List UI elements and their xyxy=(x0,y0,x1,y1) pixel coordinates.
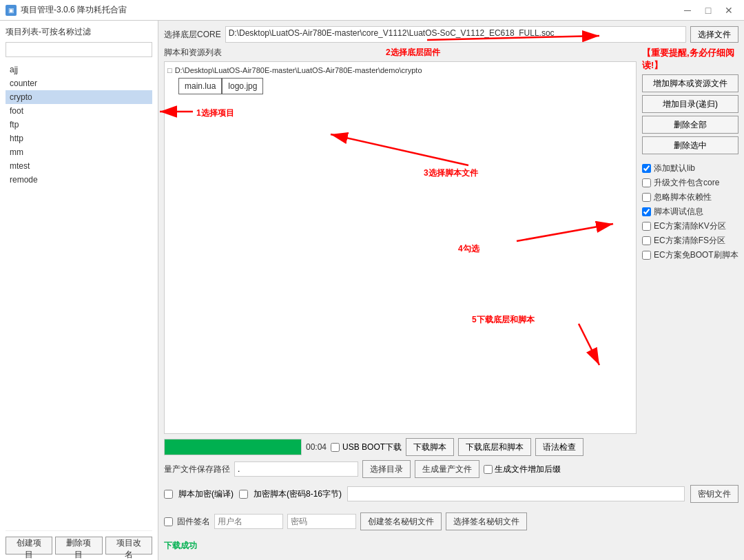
script-file-item[interactable]: main.lua xyxy=(178,78,222,94)
close-button[interactable]: ✕ xyxy=(719,3,738,17)
checkbox-row-4: EC方案清除KV分区 xyxy=(642,220,738,232)
firmware-sign-checkbox[interactable] xyxy=(164,517,173,526)
core-selection-row: 选择底层CORE D:\Desktop\LuatOS-Air780E-maste… xyxy=(164,26,738,43)
checkbox-label-4: EC方案清除KV分区 xyxy=(654,220,726,232)
checkbox-2[interactable] xyxy=(642,193,651,202)
progress-bar-fill xyxy=(165,439,301,455)
core-path-display: D:\Desktop\LuatOS-Air780E-master\core_V1… xyxy=(225,26,686,43)
mass-path-input[interactable] xyxy=(234,462,358,477)
generate-suffix-row: 生成文件增加后缀 xyxy=(484,464,561,475)
usb-boot-checkbox[interactable] xyxy=(331,443,340,452)
checkbox-6[interactable] xyxy=(642,251,651,260)
delete-all-button[interactable]: 删除全部 xyxy=(642,116,738,134)
checkbox-5[interactable] xyxy=(642,236,651,245)
right-panel: 选择底层CORE D:\Desktop\LuatOS-Air780E-maste… xyxy=(158,21,744,560)
checkbox-row-3: 脚本调试信息 xyxy=(642,206,738,218)
encrypt-compile-label: 脚本加密(编译) xyxy=(178,488,234,500)
checkbox-0[interactable] xyxy=(642,164,651,173)
mass-label: 量产文件保存路径 xyxy=(164,464,230,475)
usb-boot-label: USB BOOT下载 xyxy=(342,442,402,453)
status-text: 下载成功 xyxy=(164,541,197,550)
encrypt-pwd-label: 加密脚本(密码8-16字节) xyxy=(254,488,342,500)
download-all-button[interactable]: 下载底层和脚本 xyxy=(458,438,531,456)
checkbox-row-2: 忽略脚本依赖性 xyxy=(642,191,738,203)
script-list-title: 脚本和资源列表 xyxy=(164,47,637,59)
checkbox-label-0: 添加默认lib xyxy=(654,163,695,174)
download-script-button[interactable]: 下载脚本 xyxy=(406,438,454,456)
title-bar: ▣ 项目管理-3.0.6 降功耗托合宙 ─ □ ✕ xyxy=(0,0,744,21)
maximize-button[interactable]: □ xyxy=(699,3,718,17)
project-list-title: 项目列表-可按名称过滤 xyxy=(6,26,152,38)
project-list: ajjcountercryptofootftphttpmmmtestremode xyxy=(6,63,152,528)
mass-production-row: 量产文件保存路径 选择目录 生成量产文件 生成文件增加后缀 xyxy=(164,460,738,478)
project-item-mtest[interactable]: mtest xyxy=(6,159,152,173)
password-input[interactable] xyxy=(287,514,356,529)
status-bar: 下载成功 xyxy=(164,537,738,554)
checkbox-label-5: EC方案清除FS分区 xyxy=(654,235,725,247)
progress-section: 00:04 USB BOOT下载 下载脚本 下载底层和脚本 语法检查 xyxy=(164,438,738,456)
checkbox-row-6: EC方案免BOOT刷脚本 xyxy=(642,249,738,261)
checkbox-4[interactable] xyxy=(642,222,651,231)
main-container: 项目列表-可按名称过滤 ajjcountercryptofootftphttpm… xyxy=(0,21,744,560)
app-icon: ▣ xyxy=(6,5,17,16)
project-item-ajj[interactable]: ajj xyxy=(6,63,152,76)
project-item-foot[interactable]: foot xyxy=(6,104,152,118)
delete-project-button[interactable]: 删除项目 xyxy=(55,537,102,554)
project-search-input[interactable] xyxy=(6,42,152,57)
generate-file-button[interactable]: 生成量产文件 xyxy=(415,460,479,478)
app-title: 项目管理-3.0.6 降功耗托合宙 xyxy=(21,4,127,16)
syntax-check-button[interactable]: 语法检查 xyxy=(535,438,583,456)
progress-time: 00:04 xyxy=(306,442,327,452)
key-file-button[interactable]: 密钥文件 xyxy=(690,485,738,503)
script-file-item[interactable]: logo.jpg xyxy=(222,78,263,94)
delete-selected-button[interactable]: 删除选中 xyxy=(642,136,738,154)
select-core-file-button[interactable]: 选择文件 xyxy=(690,26,738,43)
checkbox-3[interactable] xyxy=(642,207,651,216)
sign-row: 固件签名 创建签名秘钥文件 选择签名秘钥文件 xyxy=(164,510,738,533)
checkboxes-section: 添加默认lib升级文件包含core忽略脚本依赖性脚本调试信息EC方案清除KV分区… xyxy=(642,163,738,261)
checkbox-1[interactable] xyxy=(642,178,651,187)
project-item-remode[interactable]: remode xyxy=(6,173,152,187)
project-item-ftp[interactable]: ftp xyxy=(6,118,152,132)
expand-icon: □ xyxy=(167,66,172,74)
add-directory-button[interactable]: 增加目录(递归) xyxy=(642,95,738,113)
firmware-sign-label: 固件签名 xyxy=(177,516,210,528)
project-item-crypto[interactable]: crypto xyxy=(6,90,152,104)
encrypt-pwd-input[interactable] xyxy=(347,486,685,501)
project-item-counter[interactable]: counter xyxy=(6,76,152,90)
create-sign-key-button[interactable]: 创建签名秘钥文件 xyxy=(360,512,442,530)
title-bar-left: ▣ 项目管理-3.0.6 降功耗托合宙 xyxy=(6,4,127,16)
folder-path: D:\Desktop\LuatOS-Air780E-master\LuatOS-… xyxy=(175,66,422,74)
script-area: 脚本和资源列表 □ D:\Desktop\LuatOS-Air780E-mast… xyxy=(164,47,738,434)
generate-suffix-checkbox[interactable] xyxy=(484,465,493,474)
core-label: 选择底层CORE xyxy=(164,29,221,41)
checkbox-label-2: 忽略脚本依赖性 xyxy=(654,191,712,203)
left-panel: 项目列表-可按名称过滤 ajjcountercryptofootftphttpm… xyxy=(0,21,158,560)
project-item-mm[interactable]: mm xyxy=(6,145,152,159)
progress-bar-container xyxy=(164,439,302,455)
window-controls: ─ □ ✕ xyxy=(678,3,738,17)
select-sign-key-button[interactable]: 选择签名秘钥文件 xyxy=(446,512,527,530)
right-action-buttons: 【重要提醒,务必仔细阅读!】 增加脚本或资源文件 增加目录(递归) 删除全部 删… xyxy=(642,47,738,434)
left-bottom-buttons: 创建项目 删除项目 项目改名 xyxy=(6,530,152,554)
select-dir-button[interactable]: 选择目录 xyxy=(362,460,411,478)
script-files: main.lualogo.jpg xyxy=(178,76,633,96)
rename-project-button[interactable]: 项目改名 xyxy=(105,537,152,554)
encrypt-row: 脚本加密(编译) 加密脚本(密码8-16字节) 密钥文件 xyxy=(164,482,738,506)
checkbox-row-0: 添加默认lib xyxy=(642,163,738,174)
checkbox-label-6: EC方案免BOOT刷脚本 xyxy=(654,249,738,261)
checkbox-label-1: 升级文件包含core xyxy=(654,177,719,189)
important-notice: 【重要提醒,务必仔细阅读!】 xyxy=(642,47,738,72)
script-list-box[interactable]: □ D:\Desktop\LuatOS-Air780E-master\LuatO… xyxy=(164,61,637,434)
encrypt-pwd-checkbox[interactable] xyxy=(239,490,248,499)
script-folder-row: □ D:\Desktop\LuatOS-Air780E-master\LuatO… xyxy=(167,65,633,76)
usb-boot-row: USB BOOT下载 xyxy=(331,442,402,453)
project-item-http[interactable]: http xyxy=(6,132,152,145)
create-project-button[interactable]: 创建项目 xyxy=(6,537,52,554)
minimize-button[interactable]: ─ xyxy=(678,3,697,17)
generate-suffix-label: 生成文件增加后缀 xyxy=(495,464,561,475)
add-script-file-button[interactable]: 增加脚本或资源文件 xyxy=(642,74,738,92)
checkbox-row-5: EC方案清除FS分区 xyxy=(642,235,738,247)
username-input[interactable] xyxy=(214,514,283,529)
encrypt-compile-checkbox[interactable] xyxy=(164,490,173,499)
